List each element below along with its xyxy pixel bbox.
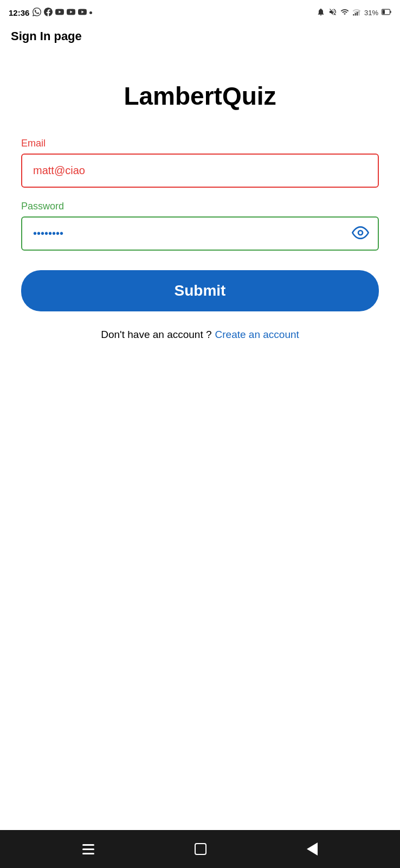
mute-icon: [328, 8, 337, 18]
home-button[interactable]: [195, 843, 207, 855]
password-input[interactable]: [21, 216, 379, 251]
whatsapp-icon: [33, 8, 41, 18]
battery-percent: 31%: [364, 9, 378, 17]
email-field-group: Email: [21, 138, 379, 201]
page-title: Sign In page: [11, 29, 82, 43]
nav-line-1: [82, 844, 94, 846]
signup-static-text: Don't have an account ?: [101, 329, 211, 341]
password-wrapper: [21, 216, 379, 251]
wifi-icon: [340, 8, 349, 18]
toggle-password-icon[interactable]: [352, 224, 369, 244]
email-input[interactable]: [21, 154, 379, 188]
create-account-link[interactable]: Create an account: [215, 329, 299, 341]
password-field-group: Password: [21, 201, 379, 251]
nav-line-3: [82, 853, 94, 854]
alarm-icon: [317, 8, 325, 18]
status-left: 12:36: [9, 8, 92, 18]
back-button[interactable]: [307, 843, 318, 856]
main-content: LambertQuiz Email Password Submit: [0, 49, 400, 830]
recent-apps-button[interactable]: [82, 844, 94, 854]
notification-dot: [89, 11, 92, 14]
email-label: Email: [21, 138, 379, 149]
status-bar: 12:36: [0, 0, 400, 24]
svg-rect-0: [353, 14, 354, 16]
svg-rect-6: [383, 10, 385, 14]
youtube-icon-2: [67, 8, 75, 18]
svg-rect-2: [357, 12, 358, 16]
status-time: 12:36: [9, 8, 29, 17]
form-container: Email Password Submit Don't have an acco…: [21, 138, 379, 341]
svg-rect-5: [390, 10, 391, 13]
battery-icon: [382, 9, 391, 17]
youtube-icon-1: [55, 8, 64, 18]
nav-line-2: [82, 848, 94, 850]
page-title-bar: Sign In page: [0, 24, 400, 49]
youtube-icon-3: [78, 8, 87, 18]
signup-row: Don't have an account ? Create an accoun…: [21, 329, 379, 341]
status-right: 31%: [317, 8, 391, 18]
status-icons: [33, 8, 92, 18]
facebook-icon: [44, 8, 53, 18]
signal-icon: [352, 8, 361, 18]
svg-point-7: [358, 231, 363, 235]
bottom-nav: [0, 830, 400, 868]
svg-rect-3: [358, 11, 359, 16]
app-title: LambertQuiz: [124, 81, 276, 111]
svg-rect-1: [355, 13, 356, 16]
submit-button[interactable]: Submit: [21, 270, 379, 311]
password-label: Password: [21, 201, 379, 212]
